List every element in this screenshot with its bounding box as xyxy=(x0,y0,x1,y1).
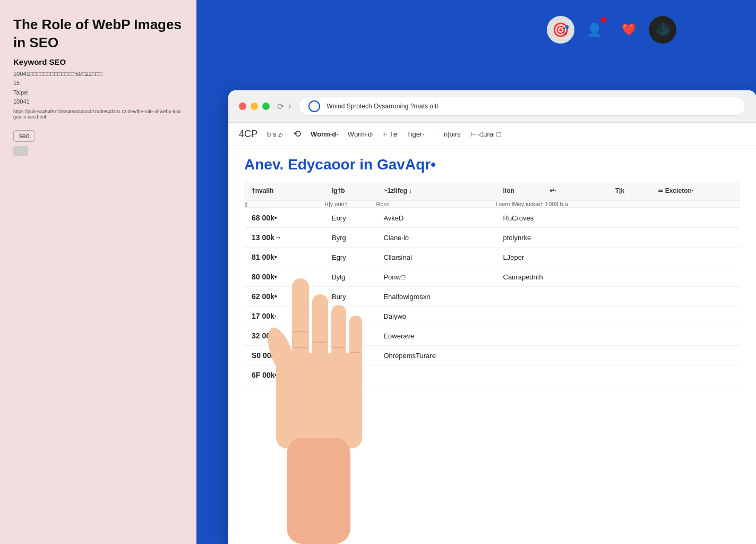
seo-tag[interactable]: seo xyxy=(13,130,35,142)
toolbar-item-tiger[interactable]: Tiger· xyxy=(407,130,424,138)
th-0: †nvalih xyxy=(244,182,324,200)
table-row: 6F 00k• xyxy=(244,366,740,385)
th-3: lion xyxy=(496,182,543,200)
page-heading-text: Anev. Edycaoor in GavAqr• xyxy=(244,156,436,173)
cell-volume-7: S0 00k• xyxy=(244,346,324,366)
cell-col4-6 xyxy=(496,326,741,346)
browser-content: Anev. Edycaoor in GavAqr• †nvalih lg†b ~… xyxy=(228,146,756,396)
toolbar-icon-2[interactable]: ⟲ xyxy=(293,128,301,140)
meta-line-1: 10041□□□□□□□□□□□□□50□22□□□ xyxy=(13,70,183,79)
cell-col3-1: Clane·lo xyxy=(376,228,495,248)
cell-volume-3: 80 00k• xyxy=(244,267,324,287)
cell-col3-5: Dalywo xyxy=(376,307,495,326)
browser-toolbar: 4CP b s z· ⟲ Worm·d· Worm·d· F Tē Tiger·… xyxy=(228,123,756,146)
toolbar-item-ta[interactable]: F Tē xyxy=(383,130,398,138)
article-url: https://pub-5c454f571b8e40a3a2aad27ade84… xyxy=(13,109,183,120)
right-panel: 🎯 👤 ❤️ 🌑 ⟳ › Wnind Sprotech Ovsarroning … xyxy=(196,0,756,544)
traffic-light-yellow[interactable] xyxy=(251,103,258,110)
article-title: The Role of WebP Images in SEO xyxy=(13,16,183,52)
toolbar-item-ural[interactable]: ⊢ ◁ural □ xyxy=(470,130,501,138)
sub-0: § xyxy=(244,200,324,208)
table-row: 80 00k• Bylg Ponw□· Caurapednth xyxy=(244,267,740,287)
cell-volume-8: 6F 00k• xyxy=(244,366,324,385)
sub-1: H|y oun† xyxy=(324,200,376,208)
toolbar-item-nloirs[interactable]: n|oirs xyxy=(444,130,461,138)
table-row: 13 00k→ Byrg Clane·lo ptolynrke xyxy=(244,228,740,248)
traffic-light-red[interactable] xyxy=(239,103,246,110)
cell-col2-4: Bury xyxy=(324,287,376,307)
address-bar[interactable]: Wnind Sprotech Ovsarroning ?rnats αιtl xyxy=(298,97,745,116)
address-circle-icon xyxy=(308,100,320,112)
th-6: T|k xyxy=(608,182,651,200)
table-row: 62 00k• Bury Ehalfowigrosxn xyxy=(244,287,740,307)
toolbar-item-worn-ji[interactable]: Worm·d· xyxy=(311,130,338,138)
cell-volume-2: 81 00k• xyxy=(244,248,324,267)
toolbar-item-augpr[interactable]: Worm·d· xyxy=(348,130,374,138)
table-row: S0 00k• Nillv OhrepemsTurare xyxy=(244,346,740,366)
table-row: 81 00k• Egry Cllarsinal LJeper xyxy=(244,248,740,267)
toolbar-item-1[interactable]: b s z· xyxy=(267,130,284,138)
cell-col2-2: Egry xyxy=(324,248,376,267)
th-5 xyxy=(581,182,608,200)
cell-col2-1: Byrg xyxy=(324,228,376,248)
cell-col4-4 xyxy=(496,287,741,307)
cell-volume-1: 13 00k→ xyxy=(244,228,324,248)
traffic-light-green[interactable] xyxy=(262,103,270,110)
icon-heart[interactable]: ❤️ xyxy=(615,16,642,44)
cell-col4-2: LJeper xyxy=(496,248,741,267)
table-row: 68 00k• Eory AvkeD RuCroves xyxy=(244,208,740,228)
nav-back[interactable]: ⟳ xyxy=(277,101,284,112)
table-row: 17 00k· Rylg Dalywo xyxy=(244,307,740,326)
traffic-lights xyxy=(239,103,270,110)
icon-user[interactable]: 👤 xyxy=(581,16,608,44)
cell-col3-3: Ponw□· xyxy=(376,267,495,287)
cell-volume-4: 62 00k• xyxy=(244,287,324,307)
cell-col3-8 xyxy=(376,366,495,385)
cell-col2-6: Bory xyxy=(324,326,376,346)
sub-2: Roro xyxy=(376,200,495,208)
left-panel: The Role of WebP Images in SEO Keyword S… xyxy=(0,0,196,544)
browser-window: ⟳ › Wnind Sprotech Ovsarroning ?rnats αι… xyxy=(228,90,756,544)
cell-col4-7 xyxy=(496,346,741,366)
cell-volume-6: 32 00k• xyxy=(244,326,324,346)
cell-col4-5 xyxy=(496,307,741,326)
top-icons-area: 🎯 👤 ❤️ 🌑 xyxy=(547,16,676,44)
cell-col4-3: Caurapednth xyxy=(496,267,741,287)
cell-col2-0: Eory xyxy=(324,208,376,228)
browser-chrome: ⟳ › Wnind Sprotech Ovsarroning ?rnats αι… xyxy=(228,90,756,123)
cell-col3-2: Cllarsinal xyxy=(376,248,495,267)
cell-col4-8 xyxy=(496,366,741,385)
nav-forward[interactable]: › xyxy=(288,101,291,112)
icon-target[interactable]: 🎯 xyxy=(547,16,574,44)
table-subheader-row: § H|y oun† Roro I sem IMey iuduа† T003 b… xyxy=(244,200,740,208)
th-2: ~1zlifeg ↓ xyxy=(376,182,495,200)
th-1: lg†b xyxy=(324,182,376,200)
cell-col3-0: AvkeD xyxy=(376,208,495,228)
icon-placeholder xyxy=(13,146,28,156)
cell-col2-3: Bylg xyxy=(324,267,376,287)
table-row: 32 00k• Bory Eowerave xyxy=(244,326,740,346)
cell-col3-4: Ehalfowigrosxn xyxy=(376,287,495,307)
cell-col3-7: OhrepemsTurare xyxy=(376,346,495,366)
sub-3: I sem IMey iuduа† T003 b а xyxy=(496,200,741,208)
data-table: †nvalih lg†b ~1zlifeg ↓ lion ↵· T|k ≃ Ex… xyxy=(244,182,740,385)
table-header-row: †nvalih lg†b ~1zlifeg ↓ lion ↵· T|k ≃ Ex… xyxy=(244,182,740,200)
cell-volume-5: 17 00k· xyxy=(244,307,324,326)
keyword-label: Keyword SEO xyxy=(13,57,183,66)
icon-dark[interactable]: 🌑 xyxy=(649,16,676,44)
browser-nav-buttons[interactable]: ⟳ › xyxy=(277,101,291,112)
meta-line-4: 10041 xyxy=(13,97,183,107)
address-bar-text: Wnind Sprotech Ovsarroning ?rnats αιtl xyxy=(327,103,735,110)
page-heading: Anev. Edycaoor in GavAqr• xyxy=(244,156,740,173)
th-7: ≃ Excieton· xyxy=(650,182,740,200)
toolbar-icon-0[interactable]: 4CP xyxy=(239,129,257,140)
cell-col2-7: Nillv xyxy=(324,346,376,366)
cell-col4-0: RuCroves xyxy=(496,208,741,228)
table-body: 68 00k• Eory AvkeD RuCroves 13 00k→ Byrg… xyxy=(244,208,740,385)
toolbar-separator xyxy=(434,129,434,139)
cell-col2-8 xyxy=(324,366,376,385)
cell-col4-1: ptolynrke xyxy=(496,228,741,248)
th-4: ↵· xyxy=(542,182,581,200)
cell-col2-5: Rylg xyxy=(324,307,376,326)
cell-volume-0: 68 00k• xyxy=(244,208,324,228)
